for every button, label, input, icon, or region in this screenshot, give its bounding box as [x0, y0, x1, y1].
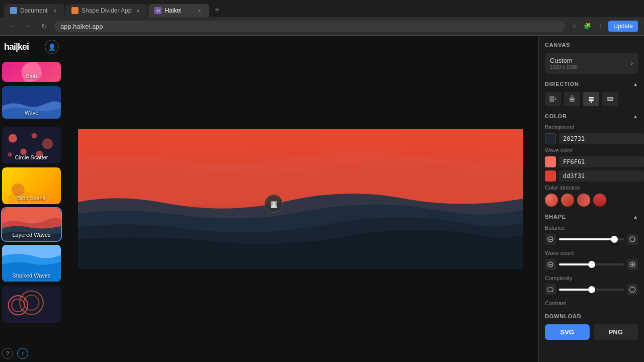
- balance-label: Balance: [545, 225, 638, 231]
- forward-button[interactable]: →: [22, 20, 34, 32]
- dir-btn-up[interactable]: [564, 92, 580, 106]
- direction-header[interactable]: DIRECTION ▲: [545, 81, 638, 87]
- address-bar: ← → ↻ ☆ 🧩 ⋮ Update: [0, 17, 644, 36]
- back-button[interactable]: ←: [6, 20, 18, 32]
- sidebar-item-wave[interactable]: Wave: [2, 86, 61, 119]
- extension-icon[interactable]: 🧩: [582, 21, 592, 31]
- blob-shape-preview: [22, 62, 42, 82]
- bg-color-input[interactable]: [559, 133, 644, 144]
- download-png-button[interactable]: PNG: [594, 324, 638, 340]
- wave-count-plus-icon: [629, 261, 635, 267]
- download-title: DOWNLOAD: [545, 313, 638, 319]
- sidebar-item-blob[interactable]: Blob: [2, 62, 61, 82]
- logo-text: hai|kei: [4, 42, 29, 52]
- app-container: hai|kei 👤 Blob Wave Blurry Gradient: [0, 36, 644, 362]
- complexity-min-icon: [547, 286, 554, 293]
- balance-slider-section: Balance: [545, 225, 638, 245]
- sidebar-bottom: ? 𝕣: [0, 345, 63, 362]
- reload-button[interactable]: ↻: [38, 20, 50, 32]
- svg-rect-9: [2, 287, 61, 321]
- complexity-minus-button[interactable]: [545, 284, 556, 295]
- canvas-svg: [78, 129, 523, 269]
- color-header[interactable]: COLOR ▲: [545, 113, 638, 119]
- complexity-slider-section: Complexity: [545, 275, 638, 295]
- canvas-preview: ▦: [78, 129, 523, 269]
- tab-close-doc[interactable]: ×: [51, 7, 58, 14]
- balance-minus-button[interactable]: [545, 234, 556, 245]
- blob-thumbnail: [2, 62, 61, 82]
- wave-color-label: Wave color: [545, 147, 638, 153]
- direction-buttons: [545, 92, 638, 106]
- wave-color-row-2: 🗑: [545, 170, 638, 182]
- sidebar-item-circle[interactable]: Circle Scatter: [2, 127, 61, 163]
- balance-slider-thumb[interactable]: [611, 236, 618, 243]
- svg-rect-22: [589, 99, 594, 100]
- bg-color-label: Background: [545, 124, 638, 130]
- canvas-section: CANVAS Custom 1920 x 1080 ›: [545, 42, 638, 74]
- svg-rect-16: [549, 99, 554, 100]
- update-button[interactable]: Update: [608, 21, 638, 32]
- svg-point-6: [12, 184, 25, 197]
- color-dir-circle-2[interactable]: [561, 194, 574, 207]
- wave-count-slider-track[interactable]: [559, 263, 624, 265]
- svg-rect-20: [570, 101, 575, 102]
- tab-close-haikei[interactable]: ×: [196, 7, 203, 14]
- canvas-title: CANVAS: [545, 42, 638, 48]
- wave-count-minus-button[interactable]: [545, 259, 556, 270]
- twitter-button[interactable]: 𝕣: [17, 348, 28, 359]
- complexity-plus-button[interactable]: [627, 284, 638, 295]
- sidebar-item-blobscene[interactable]: Blob Scene: [2, 167, 61, 204]
- balance-slider-track[interactable]: [559, 238, 624, 240]
- wave-color-swatch-1[interactable]: [545, 156, 556, 167]
- download-svg-button[interactable]: SVG: [545, 324, 590, 340]
- color-direction-label: Color direction: [545, 185, 638, 191]
- canvas-area: ▦: [63, 36, 538, 362]
- help-button[interactable]: ?: [2, 348, 13, 359]
- wave-count-plus-button[interactable]: [627, 259, 638, 270]
- complexity-label: Complexity: [545, 275, 638, 281]
- balance-slider-row: [545, 234, 638, 245]
- download-section: DOWNLOAD SVG PNG: [545, 313, 638, 340]
- tab-shape[interactable]: Shape Divider App ×: [65, 4, 147, 17]
- complexity-slider-track[interactable]: [559, 289, 624, 291]
- sidebar-item-rings[interactable]: [2, 286, 61, 322]
- svg-rect-17: [549, 101, 554, 102]
- shape-header[interactable]: SHAPE ▲: [545, 214, 638, 220]
- tab-close-shape[interactable]: ×: [134, 7, 141, 14]
- bookmark-icon[interactable]: ☆: [569, 21, 579, 31]
- sidebar-item-layered[interactable]: Layered Waves: [2, 208, 61, 241]
- bg-color-swatch[interactable]: [545, 133, 556, 144]
- dir-btn-down[interactable]: [583, 92, 599, 106]
- bg-color-row: 👁: [545, 133, 638, 144]
- wave-color-row-1: 👁: [545, 156, 638, 167]
- tab-document[interactable]: Document ×: [4, 4, 64, 17]
- sidebar-label-circle: Circle Scatter: [2, 154, 61, 160]
- canvas-custom-row[interactable]: Custom 1920 x 1080 ›: [545, 53, 638, 74]
- complexity-slider-thumb[interactable]: [588, 286, 595, 293]
- sidebar-label-wave: Wave: [2, 110, 61, 116]
- new-tab-button[interactable]: +: [210, 3, 224, 17]
- address-input[interactable]: [54, 21, 565, 32]
- color-dir-circle-1[interactable]: [545, 194, 558, 207]
- wave-count-slider-thumb[interactable]: [588, 261, 595, 268]
- wave-color-input-1[interactable]: [559, 156, 644, 167]
- sidebar-label-blobscene: Blob Scene: [2, 195, 61, 201]
- dir-btn-left-right[interactable]: [602, 92, 618, 106]
- sidebar-item-stacked[interactable]: Stacked Waves: [2, 245, 61, 282]
- user-button[interactable]: 👤: [45, 40, 59, 54]
- svg-rect-26: [607, 100, 613, 101]
- svg-rect-19: [570, 99, 575, 100]
- color-dir-circle-3[interactable]: [577, 194, 590, 207]
- dir-btn-right[interactable]: [545, 92, 561, 106]
- wave-color-input-2[interactable]: [559, 170, 644, 182]
- balance-plus-button[interactable]: [627, 234, 638, 245]
- tab-haikei[interactable]: H Haikei ×: [148, 4, 209, 17]
- svg-rect-18: [570, 98, 575, 99]
- wave-color-swatch-2[interactable]: [545, 170, 556, 182]
- tab-label-shape: Shape Divider App: [82, 7, 131, 14]
- settings-icon[interactable]: ⋮: [595, 21, 605, 31]
- color-dir-circle-4[interactable]: [593, 194, 606, 207]
- tab-label-haikei: Haikei: [165, 7, 181, 14]
- browser-actions: ☆ 🧩 ⋮ Update: [569, 21, 638, 32]
- browser-chrome: Document × Shape Divider App × H Haikei …: [0, 0, 644, 36]
